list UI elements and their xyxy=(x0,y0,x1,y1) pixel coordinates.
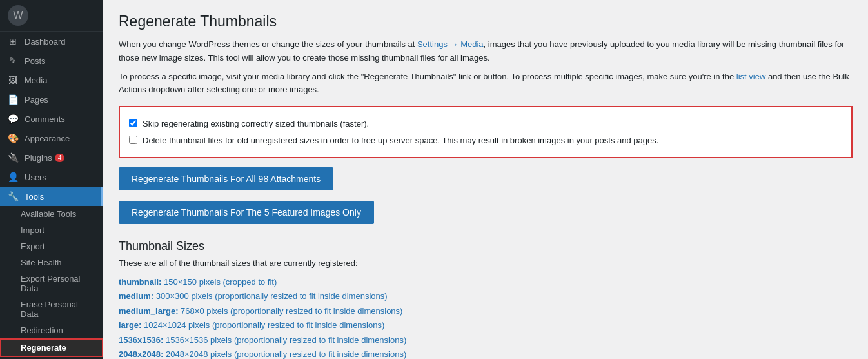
sidebar-item-dashboard-label: Dashboard xyxy=(25,37,66,46)
posts-icon: ✎ xyxy=(6,56,19,66)
regen-featured-button[interactable]: Regenerate Thumbnails For The 5 Featured… xyxy=(119,201,374,224)
media-icon: 🖼 xyxy=(6,75,19,85)
sub-export-personal-data[interactable]: Export Personal Data xyxy=(0,271,103,296)
thumbnail-sizes-list: thumbnail: 150×150 pixels (cropped to fi… xyxy=(119,276,853,359)
wp-icon: W xyxy=(8,5,28,26)
sidebar: W ⊞ Dashboard ✎ Posts 🖼 Media 📄 Pages 💬 … xyxy=(0,0,103,359)
regen-all-button[interactable]: Regenerate Thumbnails For All 98 Attachm… xyxy=(119,167,333,190)
sub-regenerate[interactable]: Regenerate xyxy=(0,338,103,357)
thumb-item-5: 2048x2048: 2048×2048 pixels (proportiona… xyxy=(119,348,853,359)
sub-erase-personal-data[interactable]: Erase Personal Data xyxy=(0,296,103,322)
sidebar-item-posts-label: Posts xyxy=(25,56,46,66)
dashboard-icon: ⊞ xyxy=(6,36,19,46)
sidebar-item-comments-label: Comments xyxy=(25,114,65,124)
thumb-item-2: medium_large: 768×0 pixels (proportional… xyxy=(119,305,853,318)
sub-export[interactable]: Export xyxy=(0,238,103,254)
tools-icon: 🔧 xyxy=(6,191,19,201)
thumbnail-sizes-desc: These are all of the thumbnail sizes tha… xyxy=(119,257,853,271)
delete-thumbnails-label: Delete thumbnail files for old unregiste… xyxy=(143,134,658,147)
sidebar-item-pages[interactable]: 📄 Pages xyxy=(0,90,103,109)
thumb-item-1: medium: 300×300 pixels (proportionally r… xyxy=(119,290,853,303)
sidebar-item-users-label: Users xyxy=(25,172,46,182)
thumb-item-4: 1536x1536: 1536×1536 pixels (proportiona… xyxy=(119,334,853,347)
users-icon: 👤 xyxy=(6,172,19,182)
wp-logo: W xyxy=(0,0,103,32)
main-content: Regenerate Thumbnails When you change Wo… xyxy=(103,0,868,359)
list-view-link[interactable]: list view xyxy=(736,72,766,81)
pages-icon: 📄 xyxy=(6,94,19,105)
sidebar-item-dashboard[interactable]: ⊞ Dashboard xyxy=(0,32,103,51)
plugins-icon: 🔌 xyxy=(6,152,19,163)
sidebar-item-plugins[interactable]: 🔌 Plugins 4 xyxy=(0,148,103,167)
thumbnail-sizes-title: Thumbnail Sizes xyxy=(119,240,853,253)
sidebar-item-pages-label: Pages xyxy=(25,95,48,105)
sidebar-item-tools-label: Tools xyxy=(25,192,44,201)
sub-redirection[interactable]: Redirection xyxy=(0,322,103,338)
checkbox-row-2: Delete thumbnail files for old unregiste… xyxy=(129,134,842,147)
sub-site-health[interactable]: Site Health xyxy=(0,254,103,271)
sidebar-item-tools[interactable]: 🔧 Tools xyxy=(0,187,103,206)
sidebar-item-plugins-label: Plugins xyxy=(25,153,52,163)
skip-regenerating-label: Skip regenerating existing correctly siz… xyxy=(143,118,369,130)
description-2: To process a specific image, visit your … xyxy=(119,70,853,97)
sidebar-item-posts[interactable]: ✎ Posts xyxy=(0,51,103,70)
sidebar-item-appearance[interactable]: 🎨 Appearance xyxy=(0,128,103,148)
delete-thumbnails-checkbox[interactable] xyxy=(129,136,137,144)
sidebar-item-media-label: Media xyxy=(25,76,47,85)
sidebar-item-comments[interactable]: 💬 Comments xyxy=(0,109,103,128)
options-box: Skip regenerating existing correctly siz… xyxy=(119,106,853,158)
sidebar-item-users[interactable]: 👤 Users xyxy=(0,167,103,187)
comments-icon: 💬 xyxy=(6,114,19,124)
appearance-icon: 🎨 xyxy=(6,133,19,143)
thumb-item-3: large: 1024×1024 pixels (proportionally … xyxy=(119,319,853,332)
checkbox-row-1: Skip regenerating existing correctly siz… xyxy=(129,118,842,130)
settings-media-link[interactable]: Settings → Media xyxy=(417,39,484,49)
plugins-badge: 4 xyxy=(55,154,65,162)
sub-import[interactable]: Import xyxy=(0,222,103,238)
tools-submenu: Available Tools Import Export Site Healt… xyxy=(0,206,103,357)
sidebar-item-appearance-label: Appearance xyxy=(25,134,70,143)
sub-available-tools[interactable]: Available Tools xyxy=(0,206,103,222)
skip-regenerating-checkbox[interactable] xyxy=(129,119,137,127)
page-title: Regenerate Thumbnails xyxy=(119,13,853,30)
thumb-item-0: thumbnail: 150×150 pixels (cropped to fi… xyxy=(119,276,853,289)
sidebar-item-media[interactable]: 🖼 Media xyxy=(0,70,103,90)
description-1: When you change WordPress themes or chan… xyxy=(119,38,853,65)
